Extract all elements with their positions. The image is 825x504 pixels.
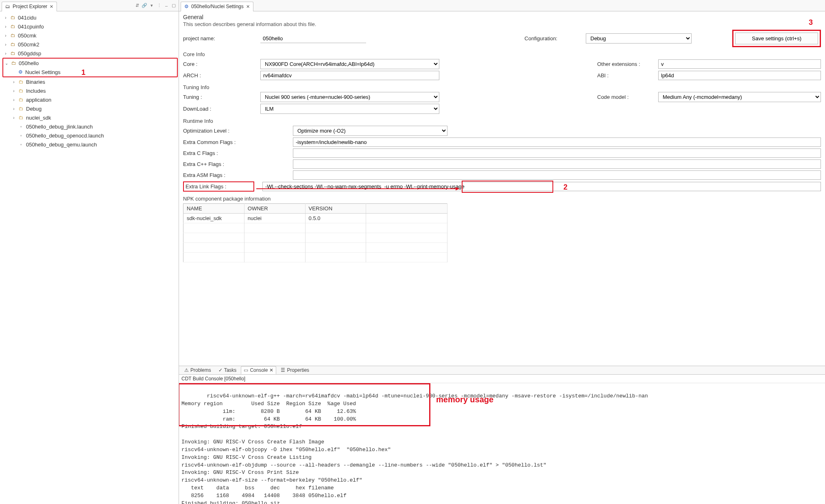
folder-icon: 🗀 [18,114,24,121]
core-label: Core : [183,61,252,67]
cell-empty: . [366,214,447,223]
tuning-combo[interactable]: Nuclei 900 series (-mtune=nuclei-900-ser… [260,92,439,102]
tree-item-label: 050hello_debug_jlink.launch [26,124,93,130]
link-flags-label: Extra Link Flags : [183,181,254,192]
abi-label: ABI : [597,72,650,79]
editor-tab-label: 050hello/Nuclei Settings [191,4,244,9]
tree-item-folder[interactable]: › 🗀 application [0,95,179,104]
expand-icon[interactable]: › [11,98,16,102]
close-icon[interactable]: ✕ [50,4,53,9]
codemodel-combo[interactable]: Medium Any (-mcmodel=medany) [658,92,821,102]
annotation-memory-usage: memory usage [436,394,493,406]
core-combo[interactable]: NX900FD Core(ARCH=rv64imafdc,ABI=lp64d) [260,59,439,69]
cxx-flags-field[interactable] [293,159,821,169]
tab-tasks[interactable]: ✓ Tasks [216,366,240,374]
tab-console[interactable]: ▭ Console ✕ [241,366,276,374]
project-label: 041cpuinfo [18,24,44,30]
project-explorer-tab[interactable]: 🗂 Project Explorer ✕ [2,2,57,11]
project-icon: 🗀 [10,32,16,39]
expand-icon[interactable]: › [3,42,8,47]
tree-item-project[interactable]: › 🗀 050cmk [0,31,179,40]
other-ext-field[interactable] [658,59,821,69]
project-name-field[interactable] [260,34,366,43]
tree-item-file[interactable]: ▫ 050hello_debug_openocd.launch [0,131,179,140]
collapse-all-icon[interactable]: ⇵ [134,2,140,9]
project-icon: 🗀 [10,50,16,57]
common-flags-field[interactable] [293,137,821,147]
expand-icon[interactable]: › [3,33,8,38]
project-label: 050cmk2 [18,41,39,48]
tree-item-folder[interactable]: › 🗀 Binaries [0,77,179,86]
folder-icon: 🗀 [18,87,24,94]
tree-item-file[interactable]: ▫ 050hello_debug_jlink.launch [0,122,179,131]
expand-icon[interactable]: › [11,107,16,111]
asm-flags-field[interactable] [293,170,821,180]
tree-item-label: Debug [26,106,41,112]
expand-icon[interactable]: › [3,24,8,29]
configuration-label: Configuration: [524,35,557,41]
folder-icon: 🗀 [18,79,24,85]
col-name: NAME [183,204,244,214]
opt-combo[interactable]: Optimize more (-O2) [293,126,447,136]
project-icon: 🗀 [10,23,16,30]
download-combo[interactable]: ILM [260,104,439,114]
project-label: 041cidu [18,15,37,21]
tree-item-project[interactable]: › 🗀 041cidu [0,13,179,22]
cxx-label: Extra C++ Flags : [183,161,285,167]
tree-item-project[interactable]: › 🗀 041cpuinfo [0,22,179,31]
save-settings-button[interactable]: Save settings (ctrl+s) [735,33,818,44]
tab-problems[interactable]: ⚠ Problems [181,366,214,374]
maximize-icon[interactable]: ▢ [170,2,177,9]
arch-field[interactable] [260,71,439,80]
console-caption: CDT Build Console [050hello] [179,375,825,383]
minimize-icon[interactable]: – [163,2,170,9]
cell-version: 0.5.0 [305,214,366,223]
view-menu-icon[interactable]: ⋮ [156,2,162,9]
tree-item-label: 050hello_debug_openocd.launch [26,133,104,139]
close-icon[interactable]: ✕ [246,4,250,9]
tree-item-folder[interactable]: › 🗀 Debug [0,104,179,113]
tree-item-project[interactable]: › 🗀 050cmk2 [0,40,179,49]
filter-icon[interactable]: ▾ [148,2,155,9]
asm-label: Extra ASM Flags : [183,172,285,178]
link-editor-icon[interactable]: 🔗 [141,2,148,9]
tab-properties[interactable]: ☰ Properties [278,366,312,374]
editor-tab-nuclei-settings[interactable]: ⚙ 050hello/Nuclei Settings ✕ [181,2,253,11]
tasks-label: Tasks [224,367,237,373]
expand-icon[interactable]: › [11,116,16,120]
folder-tree-icon: 🗂 [5,4,10,9]
console-output[interactable]: riscv64-unknown-elf-g++ -march=rv64imafd… [179,383,825,504]
project-tree[interactable]: › 🗀 041cidu› 🗀 041cpuinfo› 🗀 050cmk› 🗀 0… [0,11,179,504]
project-explorer-tab-label: Project Explorer [13,4,47,9]
expand-icon[interactable]: › [3,51,8,56]
project-name-label: project name: [183,35,252,41]
configuration-combo[interactable]: Debug [586,33,692,44]
tree-item-label: Binaries [26,79,45,85]
expand-icon[interactable]: › [11,80,16,84]
arch-label: ARCH : [183,72,252,79]
col-owner: OWNER [244,204,305,214]
expand-icon[interactable]: › [11,89,16,93]
tasks-icon: ✓ [218,367,223,373]
link-flags-field[interactable] [262,182,821,191]
tree-item-nuclei-settings[interactable]: ⚙ Nuclei Settings [3,68,177,76]
close-icon[interactable]: ✕ [269,367,273,373]
other-ext-label: Other extensions : [597,61,650,67]
project-label: 050gddsp [18,50,41,57]
tree-item-folder[interactable]: › 🗀 nuclei_sdk [0,113,179,122]
tree-item-folder[interactable]: › 🗀 Includes [0,86,179,95]
tree-item-file[interactable]: ▫ 050hello_debug_qemu.launch [0,140,179,149]
tree-item-project[interactable]: › 🗀 050gddsp [0,49,179,58]
problems-label: Problems [190,367,211,373]
tree-item-project-open[interactable]: ⌄ 🗀 050hello [3,59,177,68]
runtime-heading: Runtime Info [183,118,821,124]
table-row: . [183,243,447,253]
expand-icon[interactable]: › [3,15,8,20]
table-row[interactable]: sdk-nuclei_sdk nuclei 0.5.0 . [183,214,447,223]
common-flags-label: Extra Common Flags : [183,139,285,145]
file-icon: ▫ [18,123,24,130]
nuclei-settings-icon: ⚙ [184,4,189,9]
collapse-icon[interactable]: ⌄ [4,61,9,65]
abi-field[interactable] [658,71,821,80]
cflags-field[interactable] [293,148,821,158]
